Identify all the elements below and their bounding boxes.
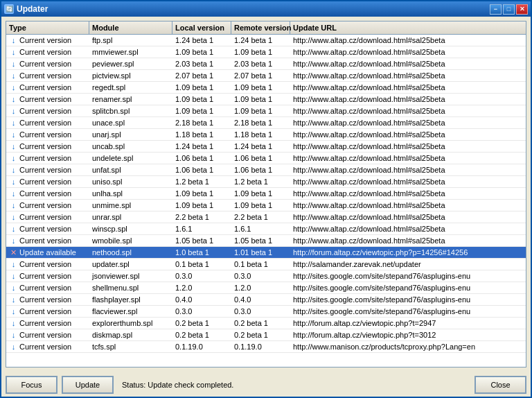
col-header-type[interactable]: Type: [6, 21, 89, 34]
down-icon: ↓: [9, 272, 18, 281]
down-icon: ↓: [9, 295, 18, 304]
type-label: Current version: [19, 119, 71, 127]
cell-type: ↓ Current version: [6, 224, 89, 234]
cell-url: http://www.altap.cz/download.html#sal25b…: [290, 224, 526, 234]
cell-remote: 0.2 beta 1: [231, 330, 290, 340]
table-row[interactable]: ↓ Current version updater.spl 0.1 beta 1…: [6, 259, 526, 270]
table-row[interactable]: ↓ Current version uniso.spl 1.2 beta 1 1…: [6, 176, 526, 188]
cell-remote: 1.09 beta 1: [231, 83, 290, 92]
cell-type: ↓ Current version: [6, 153, 89, 164]
cell-url: http://sites.google.com/site/stepand76/a…: [290, 295, 526, 304]
down-icon: ↓: [9, 319, 18, 328]
window-close-button[interactable]: ✕: [516, 4, 528, 15]
type-label: Current version: [19, 343, 71, 351]
cell-url: http://www.altap.cz/download.html#sal25b…: [290, 236, 526, 245]
type-label: Current version: [19, 60, 71, 68]
table-row[interactable]: ↓ Current version undelete.spl 1.06 beta…: [6, 153, 526, 164]
cell-remote: 2.18 beta 1: [231, 118, 290, 128]
cell-type: ↓ Current version: [6, 330, 89, 340]
cell-module: mmviewer.spl: [89, 47, 172, 57]
table-row[interactable]: ↓ Current version unmime.spl 1.09 beta 1…: [6, 200, 526, 211]
type-label: Current version: [19, 213, 71, 221]
table-row[interactable]: ↓ Current version peviewer.spl 2.03 beta…: [6, 58, 526, 70]
cell-type: ↓ Current version: [6, 342, 89, 352]
table-row[interactable]: ↓ Current version unlha.spl 1.09 beta 1 …: [6, 188, 526, 200]
table-row[interactable]: ↓ Current version unarj.spl 1.18 beta 1 …: [6, 129, 526, 141]
down-icon: ↓: [9, 130, 18, 139]
cell-local: 1.2 beta 1: [172, 177, 231, 187]
down-icon: ↓: [9, 119, 18, 128]
cell-local: 2.18 beta 1: [172, 118, 231, 128]
cell-remote: 1.09 beta 1: [231, 94, 290, 104]
col-header-remote[interactable]: Remote version: [231, 21, 290, 34]
table-row[interactable]: ↓ Current version winscp.spl 1.6.1 1.6.1…: [6, 223, 526, 235]
footer: Focus Update Status: Update check comple…: [1, 372, 531, 397]
cell-remote: 1.09 beta 1: [231, 47, 290, 57]
cell-module: pictview.spl: [89, 71, 172, 80]
table-row[interactable]: ↓ Current version splitcbn.spl 1.09 beta…: [6, 105, 526, 117]
cell-type: ↓ Current version: [6, 259, 89, 270]
cell-remote: 0.2 beta 1: [231, 318, 290, 328]
minimize-button[interactable]: −: [490, 4, 502, 15]
cell-remote: 0.4.0: [231, 295, 290, 304]
focus-button[interactable]: Focus: [6, 376, 57, 394]
cell-url: http://www.altap.cz/download.html#sal25b…: [290, 177, 526, 187]
table-row[interactable]: ↓ Current version wmobile.spl 1.05 beta …: [6, 235, 526, 247]
cell-local: 1.09 beta 1: [172, 200, 231, 210]
type-label: Current version: [19, 284, 71, 292]
close-button[interactable]: Close: [475, 376, 526, 394]
table-row[interactable]: ↓ Current version pictview.spl 2.07 beta…: [6, 70, 526, 82]
down-icon: ↓: [9, 201, 18, 210]
cell-module: unrar.spl: [89, 212, 172, 222]
down-icon: ↓: [9, 284, 18, 293]
cell-url: http://www.altap.cz/download.html#sal25b…: [290, 189, 526, 198]
update-button[interactable]: Update: [62, 376, 114, 394]
cell-type: ↓ Current version: [6, 318, 89, 329]
table-row[interactable]: ↓ Current version flacviewer.spl 0.3.0 0…: [6, 306, 526, 318]
cell-type: ↓ Current version: [6, 71, 89, 81]
table-row[interactable]: ↓ Current version uncab.spl 1.24 beta 1 …: [6, 141, 526, 153]
cell-remote: 2.03 beta 1: [231, 59, 290, 69]
cell-remote: 1.24 beta 1: [231, 141, 290, 151]
titlebar: 🔄 Updater − □ ✕: [1, 1, 531, 17]
cell-local: 0.3.0: [172, 306, 231, 316]
cell-url: http://forum.altap.cz/viewtopic.php?p=14…: [290, 248, 526, 257]
cell-type: ↓ Current version: [6, 106, 89, 116]
table-body[interactable]: ↓ Current version ftp.spl 1.24 beta 1 1.…: [6, 35, 526, 367]
table-row[interactable]: ↓ Current version jsonviewer.spl 0.3.0 0…: [6, 270, 526, 282]
cell-url: http://www.altap.cz/download.html#sal25b…: [290, 47, 526, 57]
type-label: Current version: [19, 319, 71, 327]
table-row[interactable]: ↓ Current version mmviewer.spl 1.09 beta…: [6, 46, 526, 58]
col-header-url[interactable]: Update URL: [290, 21, 526, 34]
table-row[interactable]: ↓ Current version unace.spl 2.18 beta 1 …: [6, 117, 526, 129]
cell-local: 1.09 beta 1: [172, 47, 231, 57]
table-row[interactable]: ↓ Current version tcfs.spl 0.1.19.0 0.1.…: [6, 341, 526, 353]
table-row[interactable]: ↓ Current version regedt.spl 1.09 beta 1…: [6, 82, 526, 94]
table-row[interactable]: ✕ Update available nethood.spl 1.0 beta …: [6, 247, 526, 259]
cell-local: 1.18 beta 1: [172, 130, 231, 139]
table-row[interactable]: ↓ Current version unfat.spl 1.06 beta 1 …: [6, 164, 526, 176]
x-icon: ✕: [9, 248, 18, 257]
cell-type: ↓ Current version: [6, 295, 89, 305]
cell-module: ftp.spl: [89, 35, 172, 45]
table-row[interactable]: ↓ Current version shellmenu.spl 1.2.0 1.…: [6, 282, 526, 294]
down-icon: ↓: [9, 225, 18, 234]
table-row[interactable]: ↓ Current version flashplayer.spl 0.4.0 …: [6, 294, 526, 306]
cell-remote: 0.1.19.0: [231, 342, 290, 352]
table-row[interactable]: ↓ Current version renamer.spl 1.09 beta …: [6, 94, 526, 105]
table-row[interactable]: ↓ Current version unrar.spl 2.2 beta 1 2…: [6, 211, 526, 223]
cell-url: http://forum.altap.cz/viewtopic.php?t=30…: [290, 330, 526, 340]
maximize-button[interactable]: □: [503, 4, 515, 15]
cell-local: 1.09 beta 1: [172, 83, 231, 92]
col-header-local[interactable]: Local version: [172, 21, 231, 34]
cell-url: http://www.altap.cz/download.html#sal25b…: [290, 141, 526, 151]
table-row[interactable]: ↓ Current version explorerthumb.spl 0.2 …: [6, 318, 526, 329]
table-row[interactable]: ↓ Current version ftp.spl 1.24 beta 1 1.…: [6, 35, 526, 46]
titlebar-buttons: − □ ✕: [490, 4, 528, 15]
cell-url: http://www.altap.cz/download.html#sal25b…: [290, 153, 526, 163]
col-header-module[interactable]: Module: [89, 21, 172, 34]
cell-url: http://salamander.zarevak.net/updater: [290, 259, 526, 269]
cell-module: renamer.spl: [89, 94, 172, 104]
cell-url: http://www.altap.cz/download.html#sal25b…: [290, 94, 526, 104]
table-row[interactable]: ↓ Current version diskmap.spl 0.2 beta 1…: [6, 329, 526, 341]
